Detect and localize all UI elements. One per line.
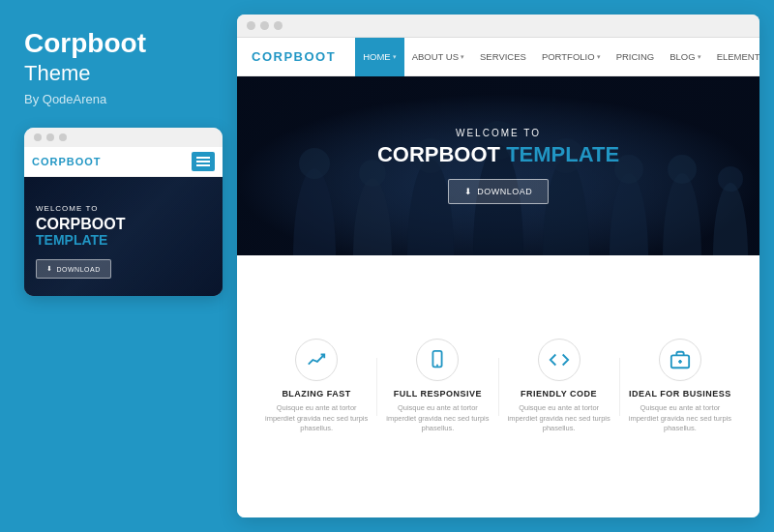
browser-dot-1 [247,21,255,30]
ideal-business-desc: Quisque eu ante at tortor imperdiet grav… [627,403,733,434]
nav-item-blog[interactable]: BLOG ▾ [662,38,708,76]
mobile-logo: CORPBOOT [32,156,102,167]
nav-pricing-label: PRICING [616,51,655,62]
ideal-business-title: IDEAL FOR BUSINESS [629,389,731,399]
browser-top-bar [237,15,759,38]
ideal-business-icon-circle [659,339,701,381]
hero-main-title: CORPBOOT TEMPLATE [377,143,619,166]
feature-blazing-fast: BLAZING FAST Quisque eu ante at tortor i… [256,339,376,434]
nav-elements-label: ELEMENTS [717,51,759,62]
features-section: BLAZING FAST Quisque eu ante at tortor i… [237,255,759,517]
hero-overlay-content: WELCOME TO CORPBOOT TEMPLATE ⬇ DOWNLOAD [377,128,619,203]
nav-item-services[interactable]: SERVICES [472,38,534,76]
mobile-mockup: CORPBOOT WELCOME TO CORPBOOT TEMPLATE ⬇ … [24,128,223,297]
svg-point-14 [668,155,697,184]
desktop-hero: WELCOME TO CORPBOOT TEMPLATE ⬇ DOWNLOAD [237,76,759,255]
nav-item-elements[interactable]: ELEMENTS [709,38,759,76]
feature-ideal-business: IDEAL FOR BUSINESS Quisque eu ante at to… [620,339,740,434]
blazing-fast-icon-circle [295,339,338,381]
nav-item-home[interactable]: HOME ▾ [355,38,404,76]
mobile-hamburger-icon[interactable] [192,152,215,171]
briefcase-icon [670,349,691,370]
theme-author: By QodeArena [24,92,218,106]
blazing-fast-title: BLAZING FAST [282,389,351,399]
blazing-fast-desc: Quisque eu ante at tortor imperdiet grav… [263,403,370,434]
nav-about-label: ABOUT US [412,51,459,62]
full-responsive-desc: Quisque eu ante at tortor imperdiet grav… [384,403,491,434]
nav-blog-caret: ▾ [698,53,701,61]
nav-item-pricing[interactable]: PRICING [609,38,663,76]
svg-point-2 [299,148,330,179]
download-arrow-icon: ⬇ [464,187,473,196]
desktop-logo: CORPBOOT [252,49,336,64]
friendly-code-desc: Quisque eu ante at tortor imperdiet grav… [506,403,612,434]
mobile-hero-blue: TEMPLATE [36,232,211,248]
mobile-icon [427,349,448,370]
download-icon: ⬇ [46,265,53,273]
mobile-dot-2 [46,133,54,141]
mobile-download-label: DOWNLOAD [57,266,101,273]
hero-download-button[interactable]: ⬇ DOWNLOAD [448,179,550,204]
left-panel: Corpboot Theme By QodeArena CORPBOOT WEL… [0,0,237,532]
mobile-top-bar [24,128,223,147]
friendly-code-icon-circle [538,339,580,381]
nav-home-label: HOME [363,51,391,62]
theme-subtitle: Theme [24,61,218,86]
mobile-hero: WELCOME TO CORPBOOT TEMPLATE ⬇ DOWNLOAD [24,177,223,297]
nav-blog-label: BLOG [670,51,695,62]
nav-item-about[interactable]: ABOUT US ▾ [404,38,472,76]
theme-title: Corpboot [24,29,218,59]
mobile-dot-3 [59,133,67,141]
mobile-download-button[interactable]: ⬇ DOWNLOAD [36,259,111,279]
hamburger-line [196,164,210,166]
nav-item-portfolio[interactable]: PORTFOLIO ▾ [534,38,609,76]
browser-dot-2 [260,21,269,30]
nav-about-caret: ▾ [461,53,464,61]
feature-friendly-code: FRIENDLY CODE Quisque eu ante at tortor … [499,339,619,434]
full-responsive-icon-circle [416,339,459,381]
nav-home-caret: ▾ [393,53,397,61]
mobile-dot-1 [34,133,42,141]
mobile-browser-bar: CORPBOOT [24,147,223,177]
svg-point-16 [718,166,743,192]
code-icon [549,349,570,370]
right-panel: CORPBOOT HOME ▾ ABOUT US ▾ SERVICES PORT… [237,15,759,517]
browser-dot-3 [274,21,283,30]
hamburger-line [196,157,210,159]
nav-portfolio-label: PORTFOLIO [542,51,595,62]
desktop-nav: CORPBOOT HOME ▾ ABOUT US ▾ SERVICES PORT… [237,38,759,76]
nav-portfolio-caret: ▾ [597,53,601,61]
hero-title-white: CORPBOOT [377,142,500,166]
mobile-welcome-text: WELCOME TO [36,204,211,213]
feature-full-responsive: FULL RESPONSIVE Quisque eu ante at torto… [377,339,497,434]
nav-items: HOME ▾ ABOUT US ▾ SERVICES PORTFOLIO ▾ P… [355,38,759,76]
mobile-hero-content: WELCOME TO CORPBOOT TEMPLATE ⬇ DOWNLOAD [36,204,211,280]
mobile-hero-title: CORPBOOT [36,216,211,233]
friendly-code-title: FRIENDLY CODE [521,389,597,399]
hero-welcome-text: WELCOME TO [377,128,619,138]
nav-services-label: SERVICES [480,51,526,62]
hamburger-line [196,161,210,163]
hero-title-blue: TEMPLATE [506,142,619,166]
chart-icon [306,349,327,370]
hero-download-label: DOWNLOAD [477,187,532,196]
full-responsive-title: FULL RESPONSIVE [394,389,482,399]
